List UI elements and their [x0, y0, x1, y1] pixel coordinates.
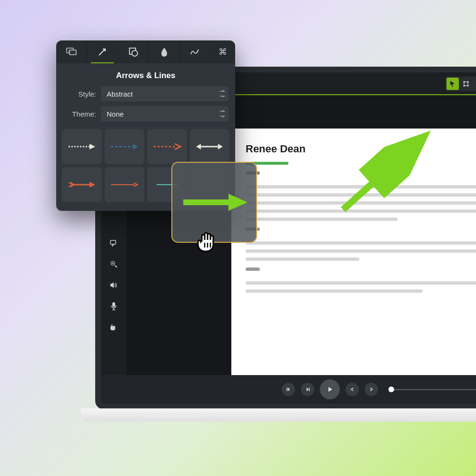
svg-line-15	[99, 49, 105, 55]
arrow-preset-dashed-blue[interactable]	[105, 129, 145, 164]
text-line	[246, 268, 260, 271]
tab-freehand[interactable]	[180, 40, 211, 63]
tab-shortcuts[interactable]: ⌘	[211, 40, 235, 63]
text-line	[246, 218, 397, 221]
theme-select[interactable]: None	[101, 106, 228, 121]
laptop-base	[81, 408, 476, 422]
hand-tool[interactable]	[473, 78, 476, 90]
prev-button[interactable]	[346, 383, 359, 396]
svg-point-7	[112, 263, 113, 264]
arrow-preset-double-white[interactable]	[190, 129, 230, 164]
style-value: Abstract	[107, 90, 133, 98]
text-line	[246, 258, 359, 261]
svg-rect-8	[112, 302, 115, 307]
canvas-tool-group	[446, 77, 476, 91]
arrow-preset-feather-orange[interactable]	[62, 167, 102, 202]
theme-value: None	[107, 110, 124, 118]
step-back-button[interactable]	[282, 383, 295, 396]
panel-title: Arrows & Lines	[56, 63, 235, 86]
tab-text[interactable]: a	[56, 40, 87, 63]
volume-tool-icon[interactable]	[109, 280, 119, 290]
arrow-preset-dotted-white[interactable]	[62, 129, 102, 164]
arrow-preset-dashed-orange[interactable]	[147, 129, 187, 164]
style-label: Style:	[63, 90, 101, 98]
tab-shapes[interactable]	[118, 40, 149, 63]
step-forward-button[interactable]	[301, 383, 314, 396]
playhead[interactable]	[388, 387, 394, 392]
timeline-scrubber[interactable]	[388, 389, 476, 390]
text-line	[246, 249, 476, 253]
tab-blur[interactable]	[149, 40, 180, 63]
next-button[interactable]	[365, 383, 378, 396]
play-button[interactable]	[320, 379, 340, 399]
svg-rect-14	[69, 50, 76, 55]
text-line	[246, 281, 476, 285]
arrow-preset-thin-orange[interactable]	[105, 167, 145, 202]
select-tool[interactable]	[446, 78, 459, 90]
mic-tool-icon[interactable]	[109, 301, 119, 311]
callout-tool-icon[interactable]	[109, 238, 119, 248]
theme-label: Theme:	[63, 110, 101, 118]
playback-bar	[101, 375, 476, 404]
text-line	[246, 289, 423, 293]
svg-rect-5	[110, 240, 116, 244]
svg-point-17	[132, 50, 138, 56]
pointer-tool-icon[interactable]	[109, 322, 119, 332]
text-line	[246, 241, 476, 245]
style-select[interactable]: Abstract	[101, 86, 228, 101]
grid-tool[interactable]	[460, 78, 472, 90]
target-tool-icon[interactable]	[109, 259, 119, 269]
grab-cursor-icon	[195, 228, 222, 255]
panel-tabs: a ⌘	[56, 40, 235, 63]
tab-arrows[interactable]	[87, 40, 118, 63]
document-preview: Renee Dean	[231, 129, 476, 394]
